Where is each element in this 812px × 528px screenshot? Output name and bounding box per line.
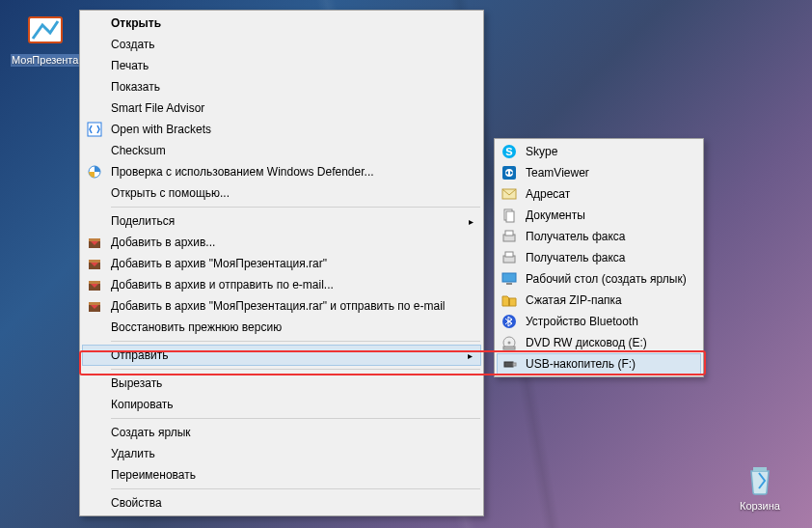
svg-rect-30 — [503, 347, 515, 349]
svg-rect-23 — [505, 252, 513, 257]
menu-open[interactable]: Открыть — [82, 13, 481, 34]
menu-restore[interactable]: Восстановить прежнюю версию — [82, 317, 481, 338]
bluetooth-icon — [501, 313, 518, 330]
menu-separator — [111, 341, 480, 342]
desktop-recycle-bin[interactable]: Корзина — [725, 458, 795, 513]
menu-delete[interactable]: Удалить — [82, 443, 481, 464]
svg-rect-32 — [513, 363, 516, 366]
menu-create[interactable]: Создать — [82, 34, 481, 55]
chevron-right-icon: ▸ — [469, 216, 474, 227]
fax-icon — [501, 249, 518, 266]
submenu-documents[interactable]: Документы — [497, 205, 701, 226]
menu-separator — [111, 488, 480, 489]
menu-show[interactable]: Показать — [82, 76, 481, 97]
send-to-submenu: S Skype TeamViewer Адресат Документы Пол… — [494, 138, 704, 377]
menu-add-archive[interactable]: Добавить в архив... — [82, 232, 481, 253]
submenu-fax-2[interactable]: Получатель факса — [497, 247, 701, 268]
shield-defender-icon — [86, 163, 103, 181]
submenu-bluetooth[interactable]: Устройство Bluetooth — [497, 311, 701, 332]
svg-rect-2 — [753, 467, 767, 471]
submenu-desktop-shortcut[interactable]: Рабочий стол (создать ярлык) — [497, 268, 701, 290]
menu-share[interactable]: Поделиться▸ — [82, 210, 481, 232]
menu-copy[interactable]: Копировать — [82, 394, 481, 415]
submenu-teamviewer[interactable]: TeamViewer — [497, 162, 701, 183]
svg-rect-24 — [502, 273, 516, 282]
menu-shortcut[interactable]: Создать ярлык — [82, 422, 481, 443]
file-icon — [25, 12, 66, 52]
desktop-file-presentation[interactable]: МояПрезентация.pptx — [11, 12, 80, 67]
chevron-right-icon: ▸ — [468, 350, 473, 361]
menu-separator — [111, 207, 480, 208]
menu-open-with-brackets[interactable]: Open with Brackets — [82, 119, 481, 140]
menu-rename[interactable]: Переименовать — [82, 464, 481, 486]
submenu-skype[interactable]: S Skype — [497, 141, 701, 162]
recycle-label: Корзина — [739, 500, 781, 513]
submenu-zip[interactable]: Сжатая ZIP-папка — [497, 290, 701, 311]
svg-rect-31 — [504, 362, 513, 367]
skype-icon: S — [501, 143, 518, 160]
recycle-icon — [740, 458, 780, 498]
svg-rect-25 — [506, 283, 512, 285]
svg-rect-19 — [506, 211, 514, 222]
menu-add-rar[interactable]: Добавить в архив "МояПрезентация.rar" — [82, 253, 481, 274]
brackets-icon — [86, 121, 103, 138]
menu-cut[interactable]: Вырезать — [82, 373, 481, 394]
svg-text:S: S — [505, 146, 512, 157]
teamviewer-icon — [501, 164, 518, 181]
svg-rect-26 — [508, 298, 510, 306]
mail-icon — [501, 185, 518, 203]
menu-add-rar-email[interactable]: Добавить в архив "МояПрезентация.rar" и … — [82, 295, 481, 317]
svg-rect-12 — [89, 302, 100, 305]
svg-rect-10 — [89, 281, 100, 284]
winrar-icon — [86, 234, 103, 251]
menu-properties[interactable]: Свойства — [82, 492, 481, 514]
context-menu: Открыть Создать Печать Показать Smart Fi… — [79, 10, 484, 516]
menu-add-email[interactable]: Добавить в архив и отправить по e-mail..… — [82, 274, 481, 295]
submenu-fax-1[interactable]: Получатель факса — [497, 226, 701, 247]
winrar-icon — [86, 297, 103, 315]
fax-icon — [501, 228, 518, 245]
submenu-recipient[interactable]: Адресат — [497, 183, 701, 205]
menu-defender[interactable]: Проверка с использованием Windows Defend… — [82, 161, 481, 182]
menu-checksum[interactable]: Checksum — [82, 140, 481, 161]
documents-icon — [501, 207, 518, 224]
desktop-icon — [501, 270, 518, 288]
winrar-icon — [86, 276, 103, 293]
menu-open-with[interactable]: Открыть с помощью... — [82, 182, 481, 204]
menu-smart-file-advisor[interactable]: Smart File Advisor — [82, 97, 481, 119]
menu-print[interactable]: Печать — [82, 55, 481, 76]
dvd-drive-icon — [501, 334, 518, 351]
svg-rect-6 — [89, 238, 100, 241]
menu-separator — [111, 418, 480, 419]
winrar-icon — [86, 255, 103, 272]
submenu-usb[interactable]: USB-накопитель (F:) — [497, 353, 701, 375]
usb-drive-icon — [501, 355, 519, 373]
svg-point-29 — [508, 342, 511, 345]
submenu-dvd[interactable]: DVD RW дисковод (E:) — [497, 332, 701, 353]
menu-separator — [111, 369, 480, 370]
svg-rect-8 — [89, 260, 100, 263]
menu-send-to[interactable]: Отправить▸ — [82, 345, 481, 366]
svg-rect-21 — [505, 231, 513, 236]
zip-folder-icon — [501, 292, 518, 309]
